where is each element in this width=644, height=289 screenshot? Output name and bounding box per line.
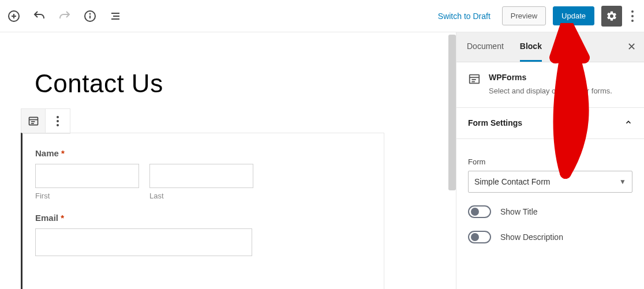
required-mark: * [61, 213, 64, 223]
block-more-button[interactable] [46, 109, 70, 133]
wpforms-block[interactable]: Name * First Last Email * [21, 133, 384, 289]
add-block-button[interactable] [7, 9, 21, 23]
block-info-section: WPForms Select and display one of your f… [456, 62, 644, 108]
outline-button[interactable] [108, 9, 122, 23]
show-title-toggle-row: Show Title [468, 205, 632, 218]
block-description: Select and display one of your forms. [489, 85, 612, 97]
wpforms-icon [468, 73, 481, 97]
first-name-field: First [35, 164, 139, 200]
switch-to-draft-link[interactable]: Switch to Draft [438, 12, 491, 21]
form-settings-title: Form Settings [468, 118, 522, 127]
show-title-toggle[interactable] [468, 205, 491, 218]
editor-topbar: Switch to Draft Preview Update [0, 0, 644, 32]
show-description-toggle-row: Show Description [468, 231, 632, 243]
required-mark: * [61, 148, 65, 158]
form-select-label: Form [468, 157, 632, 166]
chevron-up-icon [624, 118, 632, 128]
settings-gear-button[interactable] [601, 6, 622, 27]
form-settings-header[interactable]: Form Settings [456, 108, 644, 139]
last-name-field: Last [149, 164, 253, 200]
form-settings-body: Form Simple Contact Form ▼ Show Title Sh… [456, 139, 644, 254]
settings-sidebar: Document Block ✕ WPForms Select and disp… [456, 32, 644, 289]
form-select-dropdown[interactable]: Simple Contact Form ▼ [468, 171, 632, 193]
form-select-value: Simple Contact Form [474, 177, 550, 186]
svg-point-5 [90, 13, 91, 14]
redo-button[interactable] [58, 9, 72, 23]
info-button[interactable] [83, 9, 97, 23]
tab-document[interactable]: Document [467, 32, 504, 62]
show-description-label: Show Description [500, 232, 563, 242]
page-title[interactable]: Contact Us [35, 69, 421, 98]
block-name-label: WPForms [489, 73, 612, 82]
block-toolbar [21, 108, 70, 134]
chevron-down-icon: ▼ [619, 178, 626, 186]
editor-canvas-wrap: Contact Us Name * First [0, 32, 456, 289]
close-sidebar-button[interactable]: ✕ [627, 40, 636, 53]
show-description-toggle[interactable] [468, 231, 491, 243]
tab-block[interactable]: Block [520, 32, 542, 62]
editor-canvas[interactable]: Contact Us Name * First [0, 32, 456, 98]
sidebar-tabs: Document Block ✕ [456, 32, 644, 62]
block-type-icon-button[interactable] [21, 109, 46, 133]
preview-button[interactable]: Preview [502, 6, 546, 25]
more-options-button[interactable] [626, 10, 639, 22]
name-field-label: Name * [35, 148, 371, 158]
topbar-left-tools [5, 9, 122, 23]
editor-body: Contact Us Name * First [0, 32, 644, 289]
first-name-input[interactable] [35, 164, 139, 188]
undo-button[interactable] [32, 9, 46, 23]
last-name-sublabel: Last [149, 192, 253, 200]
update-button[interactable]: Update [553, 6, 594, 25]
email-field-label: Email * [35, 213, 371, 223]
last-name-input[interactable] [149, 164, 253, 188]
first-name-sublabel: First [35, 192, 139, 200]
email-input[interactable] [35, 228, 252, 256]
show-title-label: Show Title [500, 207, 538, 216]
